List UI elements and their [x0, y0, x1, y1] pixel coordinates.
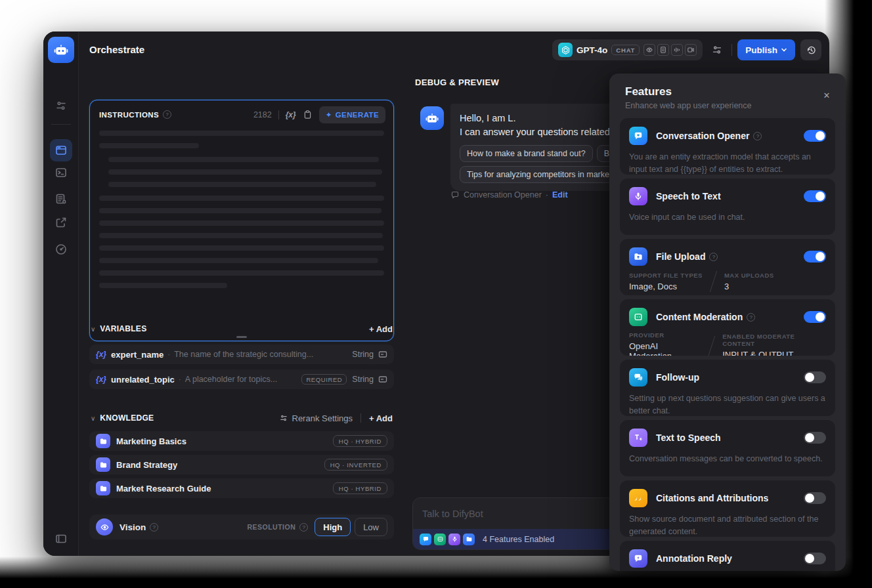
- help-icon[interactable]: ?: [163, 110, 171, 119]
- conversation-opener-toggle[interactable]: [804, 130, 826, 142]
- features-panel-title: Features: [625, 85, 672, 98]
- variable-icon: {x}: [96, 350, 106, 359]
- instructions-panel[interactable]: INSTRUCTIONS ? 2182 {x} ✦ GENERATE: [89, 100, 394, 341]
- help-icon[interactable]: ?: [299, 523, 308, 532]
- input-field-type-icon: [378, 350, 387, 359]
- conversation-opener-note: Conversation Opener · Edit: [450, 190, 568, 200]
- content-moderation-icon: [629, 308, 647, 326]
- citations-toggle[interactable]: [804, 492, 826, 504]
- suggested-question-chip[interactable]: Tips for analyzing competitors in market…: [460, 166, 630, 183]
- feature-field: PROVIDER OpenAI Moderation: [629, 331, 701, 356]
- debug-preview-title: DEBUG & PREVIEW: [415, 77, 499, 87]
- annotation-reply-icon: [629, 549, 647, 568]
- knowledge-row[interactable]: Market Research Guide HQ · HYBRID: [89, 478, 394, 498]
- configuration-column: INSTRUCTIONS ? 2182 {x} ✦ GENERATE: [89, 68, 394, 556]
- file-upload-mini-icon: [463, 534, 475, 545]
- chat-bubble-icon: [450, 190, 460, 200]
- sidebar: [43, 32, 79, 556]
- variable-row-expert-name[interactable]: {x} expert_name · The name of the strate…: [89, 345, 394, 364]
- sparkle-icon: ✦: [326, 110, 332, 119]
- feature-card-content-moderation[interactable]: Content Moderation ? PROVIDER OpenAI Mod…: [620, 299, 835, 356]
- speech-to-text-toggle[interactable]: [804, 190, 826, 202]
- model-mode-badge: CHAT: [611, 45, 640, 55]
- vision-eye-icon: [96, 518, 113, 536]
- feature-card-speech-to-text[interactable]: Speech to Text Voice input can be used i…: [620, 178, 835, 235]
- variables-section-header: ∨ VARIABLES + Add: [91, 323, 393, 335]
- feature-card-annotation-reply[interactable]: Annotation Reply You can manually add hi…: [620, 541, 835, 571]
- character-count: 2182: [253, 110, 272, 119]
- close-icon[interactable]: ✕: [819, 88, 834, 102]
- insert-variable-icon[interactable]: {x}: [286, 110, 296, 119]
- conversation-opener-icon: [629, 127, 647, 145]
- knowledge-folder-icon: [96, 481, 110, 495]
- page-title: Orchestrate: [89, 32, 144, 68]
- sidebar-item-terminal[interactable]: [54, 166, 68, 179]
- bot-avatar: [420, 106, 444, 130]
- feature-field: ENABLED MODERATE CONTENT INPUT & OUTPUT: [722, 333, 826, 356]
- retrieval-badge: HQ · HYBRID: [333, 482, 387, 494]
- header-actions: GPT-4o CHAT Publish: [552, 39, 821, 60]
- add-knowledge-button[interactable]: + Add: [369, 413, 393, 423]
- retrieval-badge: HQ · INVERTED: [324, 459, 387, 471]
- model-selector[interactable]: GPT-4o CHAT: [552, 39, 703, 60]
- variable-type: String: [352, 350, 374, 359]
- resolution-high-button[interactable]: High: [315, 518, 351, 536]
- instructions-text-skeleton: [99, 131, 384, 295]
- speech-to-text-icon: [629, 187, 647, 205]
- retrieval-badge: HQ · HYBRID: [333, 435, 387, 447]
- knowledge-section-header: ∨ KNOWLEDGE Rerank Settings + Add: [91, 412, 393, 424]
- generate-button[interactable]: ✦ GENERATE: [319, 106, 385, 123]
- copy-clipboard-icon[interactable]: [303, 110, 313, 119]
- openai-logo-icon: [558, 43, 573, 57]
- features-panel: Features Enhance web app user experience…: [609, 74, 846, 571]
- text-to-speech-toggle[interactable]: [804, 432, 826, 444]
- sidebar-item-orchestrate[interactable]: [50, 139, 72, 161]
- audio-capability-icon: [671, 44, 683, 56]
- chevron-down-icon[interactable]: ∨: [91, 415, 95, 422]
- settings-sliders-icon[interactable]: [54, 99, 68, 112]
- version-history-button[interactable]: [800, 39, 821, 60]
- follow-up-toggle[interactable]: [804, 371, 826, 383]
- sidebar-divider: [51, 124, 71, 125]
- field-divider: [708, 336, 715, 356]
- chevron-down-icon[interactable]: ∨: [91, 326, 95, 333]
- publish-button[interactable]: Publish: [737, 39, 795, 60]
- collapse-sidebar-icon[interactable]: [54, 532, 68, 545]
- desktop-background: Orchestrate GPT-4o CHAT: [0, 0, 872, 588]
- model-parameters-icon[interactable]: [708, 41, 726, 59]
- content-moderation-mini-icon: [434, 534, 446, 545]
- annotation-reply-toggle[interactable]: [804, 553, 826, 564]
- add-variable-button[interactable]: + Add: [369, 324, 393, 334]
- feature-card-follow-up[interactable]: Follow-up Setting up next questions sugg…: [620, 360, 835, 416]
- sidebar-item-share[interactable]: [54, 216, 68, 229]
- sidebar-item-logs[interactable]: [54, 192, 68, 205]
- feature-card-text-to-speech[interactable]: Text to Speech Conversation messages can…: [620, 420, 835, 476]
- knowledge-row[interactable]: Marketing Basics HQ · HYBRID: [89, 431, 394, 451]
- file-upload-toggle[interactable]: [804, 251, 826, 262]
- feature-card-file-upload[interactable]: File Upload ? SUPPORT FILE TYPES Image, …: [620, 239, 835, 295]
- rerank-settings-button[interactable]: Rerank Settings: [279, 413, 353, 423]
- help-icon[interactable]: ?: [753, 132, 762, 140]
- sidebar-item-monitoring[interactable]: [54, 243, 68, 256]
- feature-card-citations[interactable]: Citations and Attributions Show source d…: [620, 480, 835, 537]
- input-field-type-icon: [378, 375, 387, 384]
- features-panel-subtitle: Enhance web app user experience: [625, 101, 752, 110]
- file-upload-icon: [629, 247, 647, 266]
- field-divider: [710, 271, 717, 292]
- help-icon[interactable]: ?: [709, 253, 718, 261]
- knowledge-row[interactable]: Brand Strategy HQ · INVERTED: [89, 455, 394, 474]
- resolution-low-button[interactable]: Low: [355, 518, 387, 536]
- help-icon[interactable]: ?: [150, 523, 158, 532]
- variable-icon: {x}: [96, 375, 106, 384]
- app-logo-robot-icon[interactable]: [48, 37, 74, 63]
- suggested-question-chip[interactable]: How to make a brand stand out?: [460, 145, 593, 162]
- feature-field: SUPPORT FILE TYPES Image, Docs: [629, 272, 703, 291]
- variable-row-unrelated-topic[interactable]: {x} unrelated_topic · A placeholder for …: [89, 369, 394, 389]
- features-enabled-count: 4 Features Enabled: [483, 535, 554, 544]
- resize-handle[interactable]: [236, 336, 247, 338]
- citations-icon: [629, 489, 647, 507]
- content-moderation-toggle[interactable]: [804, 311, 826, 323]
- edit-opener-link[interactable]: Edit: [552, 190, 568, 200]
- feature-card-conversation-opener[interactable]: Conversation Opener ? You are an entity …: [620, 118, 835, 175]
- help-icon[interactable]: ?: [747, 313, 755, 322]
